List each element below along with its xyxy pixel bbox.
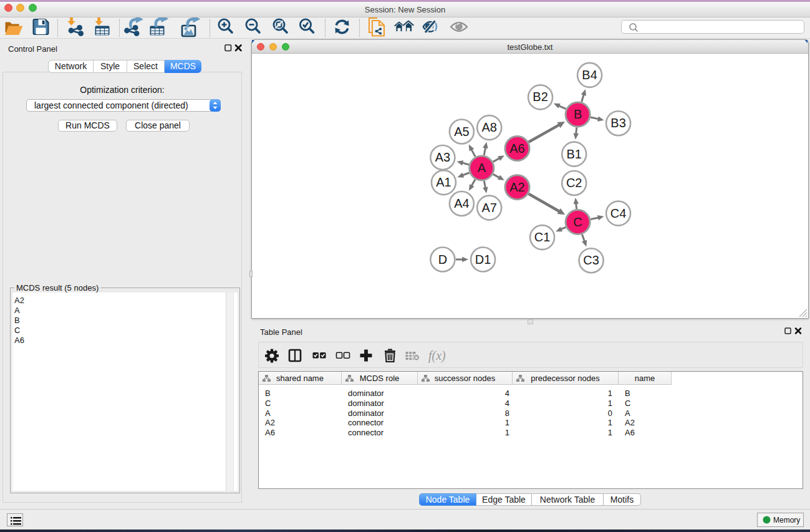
svg-text:f(x): f(x) <box>428 349 446 363</box>
svg-text:B2: B2 <box>533 90 547 104</box>
svg-text:A5: A5 <box>454 125 469 138</box>
svg-text:A7: A7 <box>481 201 496 215</box>
svg-text:C1: C1 <box>534 230 551 244</box>
svg-text:B4: B4 <box>582 68 597 82</box>
svg-text:D1: D1 <box>475 253 491 266</box>
svg-text:A8: A8 <box>481 120 496 134</box>
svg-text:C4: C4 <box>610 206 627 220</box>
svg-text:A6: A6 <box>509 142 524 155</box>
svg-text:B: B <box>574 107 582 121</box>
svg-text:A2: A2 <box>509 180 524 194</box>
svg-text:A4: A4 <box>454 196 469 210</box>
svg-text:A: A <box>478 161 486 175</box>
svg-text:D: D <box>438 253 447 266</box>
svg-text:C2: C2 <box>566 176 582 190</box>
svg-text:C3: C3 <box>583 253 599 267</box>
svg-text:B1: B1 <box>566 147 581 161</box>
svg-text:B3: B3 <box>610 116 625 130</box>
svg-text:A1: A1 <box>436 175 451 189</box>
svg-text:A3: A3 <box>435 150 450 164</box>
svg-text:C: C <box>573 215 582 229</box>
